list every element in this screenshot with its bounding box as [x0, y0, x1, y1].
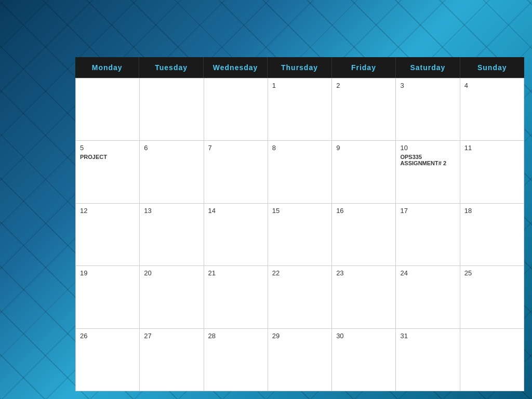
calendar-cell[interactable]: 9 [332, 141, 396, 203]
day-header-sunday: Sunday [460, 57, 524, 78]
cell-date: 14 [208, 207, 263, 215]
cell-date: 8 [272, 144, 327, 152]
cell-date: 4 [464, 82, 520, 89]
calendar-cell[interactable] [140, 78, 204, 140]
cell-date: 5 [80, 144, 135, 152]
cell-date: 13 [144, 207, 199, 215]
cell-date: 15 [272, 207, 327, 215]
calendar-cell[interactable]: 14 [204, 204, 268, 265]
cell-date: 6 [144, 144, 199, 152]
calendar-cell[interactable]: 3 [396, 78, 460, 140]
calendar-header [0, 0, 532, 57]
cell-date: 2 [336, 82, 391, 89]
calendar-cell[interactable] [204, 78, 268, 140]
cell-date: 1 [272, 82, 327, 89]
cell-date: 18 [464, 207, 520, 215]
calendar-cell[interactable]: 17 [396, 204, 460, 265]
cell-date: 27 [144, 332, 199, 340]
cell-date: 26 [80, 332, 135, 340]
calendar-cell[interactable]: 19 [76, 266, 140, 328]
calendar-wrapper: MondayTuesdayWednesdayThursdayFridaySatu… [75, 57, 524, 391]
calendar-cell[interactable]: 22 [268, 266, 332, 328]
cell-date: 10 [400, 144, 455, 152]
calendar-cell[interactable]: 4 [460, 78, 524, 140]
calendar-cell[interactable]: 8 [268, 141, 332, 203]
calendar-cell[interactable]: 24 [396, 266, 460, 328]
cell-date: 11 [464, 144, 520, 152]
calendar-cell[interactable]: 20 [140, 266, 204, 328]
calendar-cell[interactable]: 26 [76, 329, 140, 391]
day-header-saturday: Saturday [396, 57, 460, 78]
calendar-week-4: 19202122232425 [76, 266, 524, 328]
day-header-monday: Monday [75, 57, 139, 78]
cell-date: 25 [464, 269, 520, 277]
calendar-week-3: 12131415161718 [76, 204, 524, 266]
cell-date: 12 [80, 207, 135, 215]
calendar-week-2: 5PROJECT678910OPS335 ASSIGNMENT# 211 [76, 141, 524, 203]
day-header-wednesday: Wednesday [204, 57, 268, 78]
calendar-grid: 12345PROJECT678910OPS335 ASSIGNMENT# 211… [75, 78, 524, 391]
day-header-thursday: Thursday [268, 57, 331, 78]
calendar-cell[interactable]: 29 [268, 329, 332, 391]
days-header: MondayTuesdayWednesdayThursdayFridaySatu… [75, 57, 524, 78]
cell-date: 9 [336, 144, 391, 152]
calendar-cell[interactable] [460, 329, 524, 391]
cell-date: 7 [208, 144, 263, 152]
cell-date: 3 [400, 82, 455, 89]
calendar-cell[interactable]: 21 [204, 266, 268, 328]
calendar-cell[interactable]: 1 [268, 78, 332, 140]
cell-date: 23 [336, 269, 391, 277]
page-container: MondayTuesdayWednesdayThursdayFridaySatu… [0, 0, 532, 399]
cell-date: 29 [272, 332, 327, 340]
calendar-cell[interactable]: 7 [204, 141, 268, 203]
calendar-week-5: 262728293031 [76, 329, 524, 391]
cell-date: 22 [272, 269, 327, 277]
cell-date: 28 [208, 332, 263, 340]
calendar-cell[interactable] [76, 78, 140, 140]
calendar-cell[interactable]: 11 [460, 141, 524, 203]
cell-date: 19 [80, 269, 135, 277]
calendar-cell[interactable]: 27 [140, 329, 204, 391]
calendar-cell[interactable]: 13 [140, 204, 204, 265]
calendar-cell[interactable]: 28 [204, 329, 268, 391]
cell-date: 24 [400, 269, 455, 277]
calendar-cell[interactable]: 15 [268, 204, 332, 265]
cell-date: 21 [208, 269, 263, 277]
event-label: PROJECT [80, 154, 135, 160]
cell-date: 17 [400, 207, 455, 215]
calendar-cell[interactable]: 2 [332, 78, 396, 140]
cell-date: 16 [336, 207, 391, 215]
calendar-cell[interactable]: 16 [332, 204, 396, 265]
cell-date: 20 [144, 269, 199, 277]
calendar-cell[interactable]: 30 [332, 329, 396, 391]
day-header-friday: Friday [332, 57, 396, 78]
calendar-cell[interactable]: 5PROJECT [76, 141, 140, 203]
month-title [505, 9, 511, 53]
calendar-cell[interactable]: 31 [396, 329, 460, 391]
calendar-week-1: 1234 [76, 78, 524, 141]
calendar-cell[interactable]: 10OPS335 ASSIGNMENT# 2 [396, 141, 460, 203]
calendar-cell[interactable]: 25 [460, 266, 524, 328]
day-header-tuesday: Tuesday [139, 57, 203, 78]
cell-date: 30 [336, 332, 391, 340]
calendar-cell[interactable]: 18 [460, 204, 524, 265]
calendar-cell[interactable]: 23 [332, 266, 396, 328]
event-label: OPS335 ASSIGNMENT# 2 [400, 154, 455, 166]
cell-date: 31 [400, 332, 455, 340]
calendar-cell[interactable]: 12 [76, 204, 140, 265]
calendar-cell[interactable]: 6 [140, 141, 204, 203]
